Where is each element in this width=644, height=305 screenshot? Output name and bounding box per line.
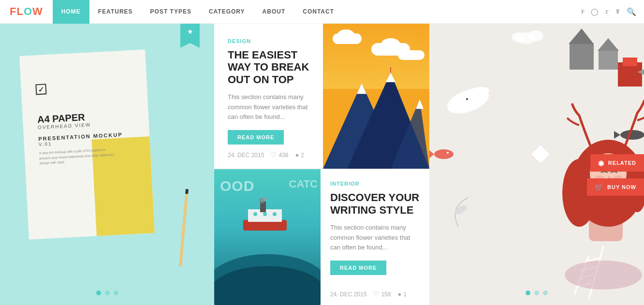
pencil-decoration [179, 189, 189, 266]
instagram-icon[interactable]: ◯ [591, 8, 599, 15]
cloud-2-puff [381, 38, 400, 51]
paper-mockup: ✓ A4 PAPER OVERHEAD VIEW PRESENTATION MO… [19, 49, 155, 239]
logo-text-o: O [24, 5, 32, 17]
nav-item-home[interactable]: HOME [53, 0, 89, 24]
nav-social: 𝒱 ◯ 𝕣 ☤ 🔍 [580, 7, 644, 16]
svg-marker-4 [386, 73, 395, 82]
pinterest-icon[interactable]: ☤ [615, 8, 620, 15]
buy-label: BUY NOW [607, 184, 636, 190]
top-card-title: THE EASIEST WAY TO BREAK OUT ON TOP [228, 49, 309, 86]
bookmark: ★ [180, 24, 200, 48]
bottom-card-image: OOD CATC [214, 169, 321, 305]
bottom-card-comments: ● 1 [397, 290, 407, 298]
bottom-card-meta: 24. DEC 2015 ♡ 158 ● 1 [330, 290, 420, 298]
cart-icon: 🛒 [595, 183, 603, 191]
cloud-1-puff [337, 29, 354, 40]
slide-dot-3[interactable] [114, 290, 118, 295]
mountains-svg [323, 67, 429, 169]
navbar: FLOW HOME FEATURES POST TYPES CATEGORY A… [0, 0, 644, 24]
ocean-text-right: CATC [289, 178, 318, 190]
bottom-card-likes-count: 158 [381, 291, 391, 298]
paper-text-content: ✓ A4 PAPER OVERHEAD VIEW PRESENTATION MO… [35, 80, 124, 166]
svg-point-16 [263, 212, 267, 216]
top-card-likes-count: 438 [278, 152, 288, 159]
star-icon: ★ [187, 28, 193, 35]
nav-item-category[interactable]: CATEGORY [200, 0, 254, 24]
svg-point-49 [565, 261, 642, 290]
right-dot-3[interactable] [543, 290, 548, 295]
comment-icon-2: ● [397, 290, 401, 298]
svg-point-14 [263, 196, 267, 201]
paper-checkbox: ✓ [35, 84, 46, 95]
right-slider-dots [526, 290, 548, 295]
twitter-icon[interactable]: 𝕣 [605, 8, 609, 15]
top-card-excerpt: This section contains many common flower… [228, 92, 309, 122]
nav-item-post-types[interactable]: POST TYPES [142, 0, 200, 24]
heart-icon: ♡ [271, 151, 277, 159]
bottom-card-comments-count: 1 [403, 291, 407, 298]
svg-point-26 [447, 152, 449, 154]
top-card-image [323, 24, 429, 169]
svg-rect-36 [623, 58, 637, 66]
top-card-read-more[interactable]: READ MORE [228, 130, 284, 145]
main-content: ★ ✓ A4 PAPER OVERHEAD VIEW PRESENTATION … [0, 24, 644, 305]
slide-dot-2[interactable] [105, 290, 110, 295]
ocean-waves-svg [214, 225, 321, 305]
top-card-category: DESIGN [228, 38, 309, 44]
right-dot-2[interactable] [534, 290, 539, 295]
top-card-comments: ● 2 [295, 151, 304, 159]
svg-point-15 [253, 212, 257, 216]
svg-rect-33 [599, 50, 618, 70]
nav-item-contact[interactable]: CONTACT [294, 0, 343, 24]
svg-point-24 [434, 149, 454, 159]
svg-point-23 [466, 98, 468, 100]
top-card-comments-count: 2 [301, 152, 304, 159]
right-dot-1[interactable] [526, 290, 530, 295]
nav-menu: HOME FEATURES POST TYPES CATEGORY ABOUT … [53, 0, 343, 24]
bottom-card-date: 24. DEC 2015 [330, 291, 366, 298]
svg-point-42 [512, 32, 526, 42]
nav-item-features[interactable]: FEATURES [89, 0, 142, 24]
bottom-card-likes: ♡ 158 [373, 290, 391, 298]
slide-dots [96, 290, 118, 295]
comment-icon: ● [295, 151, 299, 159]
bottom-card-title: DISCOVER YOUR WRITING STYLE [330, 191, 420, 216]
related-label: RELATED [608, 160, 636, 166]
hero-slider: ★ ✓ A4 PAPER OVERHEAD VIEW PRESENTATION … [0, 24, 214, 305]
bottom-card-read-more[interactable]: READ MORE [330, 261, 386, 275]
search-icon[interactable]: 🔍 [627, 7, 636, 16]
bottom-card-excerpt: This section contains many common flower… [330, 223, 420, 253]
related-badge[interactable]: ◉ RELATED [590, 154, 644, 172]
svg-marker-3 [357, 83, 366, 94]
slide-1: ★ ✓ A4 PAPER OVERHEAD VIEW PRESENTATION … [0, 24, 214, 305]
center-cards: DESIGN THE EASIEST WAY TO BREAK OUT ON T… [214, 24, 429, 305]
slide-dot-1[interactable] [96, 290, 101, 295]
cloud-3 [398, 50, 424, 60]
right-panel: ◉ RELATED 🛒 BUY NOW [429, 24, 644, 305]
vimeo-icon[interactable]: 𝒱 [580, 8, 584, 16]
bottom-card-category: INTERIOR [330, 181, 420, 187]
svg-point-27 [620, 130, 644, 140]
nav-item-about[interactable]: ABOUT [254, 0, 294, 24]
logo[interactable]: FLOW [0, 5, 53, 18]
svg-point-17 [273, 212, 277, 216]
top-card: DESIGN THE EASIEST WAY TO BREAK OUT ON T… [214, 24, 429, 169]
heart-icon-2: ♡ [373, 290, 379, 298]
bottom-card: OOD CATC [214, 169, 429, 305]
top-card-text: DESIGN THE EASIEST WAY TO BREAK OUT ON T… [214, 24, 323, 169]
top-card-likes: ♡ 438 [271, 151, 288, 159]
svg-marker-5 [416, 99, 424, 109]
logo-text-w: W [32, 5, 43, 17]
svg-point-41 [528, 30, 543, 41]
buy-now-badge[interactable]: 🛒 BUY NOW [587, 178, 644, 196]
svg-rect-31 [570, 43, 594, 70]
ship-svg [238, 196, 292, 234]
logo-text-fl: FL [10, 5, 24, 17]
ocean-text-left: OOD [220, 178, 254, 194]
related-icon: ◉ [598, 159, 604, 167]
bottom-card-text: INTERIOR DISCOVER YOUR WRITING STYLE Thi… [321, 169, 429, 305]
top-card-meta: 24. DEC 2015 ♡ 438 ● 2 [228, 145, 309, 159]
top-card-date: 24. DEC 2015 [228, 152, 264, 159]
